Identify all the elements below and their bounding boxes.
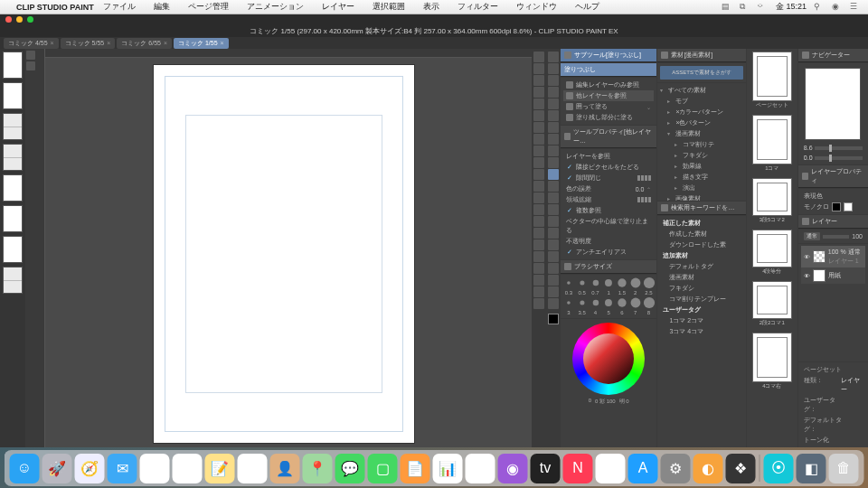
dock-maps-icon[interactable]: 📍 — [303, 454, 333, 483]
dock-prefs-icon[interactable]: ⚙ — [661, 454, 691, 483]
material-tag[interactable]: ダウンロードした素 — [660, 239, 742, 250]
dock-facetime-icon[interactable]: ▢ — [368, 454, 398, 483]
tool-button[interactable] — [533, 286, 544, 297]
page-thumb[interactable] — [3, 236, 23, 263]
white-swatch[interactable] — [844, 202, 853, 211]
brush-preset[interactable] — [643, 297, 654, 308]
material-tree-item[interactable]: フキダシ — [660, 150, 742, 161]
document-tab[interactable]: コミック 4/55× — [4, 38, 59, 49]
toolprop-row[interactable]: 不透明度 — [563, 236, 654, 247]
material-tree-item[interactable]: 漫画素材 — [660, 128, 742, 139]
brush-preset[interactable] — [605, 299, 612, 306]
subtool-item[interactable]: 他レイヤーを参照 — [563, 90, 654, 101]
tool-button[interactable] — [548, 110, 559, 121]
material-thumb[interactable] — [752, 52, 792, 101]
dock-calendar-icon[interactable]: 27 — [173, 454, 203, 483]
subtool-item[interactable]: 編集レイヤーのみ参照 — [563, 80, 654, 90]
material-tree-item[interactable]: 演出 — [660, 183, 742, 193]
material-tree-item[interactable]: モブ — [660, 96, 742, 107]
dock-csp-icon[interactable]: ❖ — [726, 454, 756, 483]
toolbar-button[interactable] — [26, 51, 35, 60]
dock-itunes-icon[interactable]: ♫ — [466, 454, 495, 483]
tool-button[interactable] — [548, 275, 559, 286]
layer-row[interactable]: 👁100 % 通常レイヤー 1 — [801, 246, 865, 267]
toolprop-row[interactable]: 領域拡縮 — [563, 194, 654, 205]
menu-item[interactable]: 選択範囲 — [373, 1, 405, 13]
menu-item[interactable]: 表示 — [423, 1, 439, 13]
zoom-window-button[interactable] — [27, 16, 33, 23]
canvas-area[interactable] — [36, 49, 532, 447]
close-window-button[interactable] — [5, 16, 12, 23]
dock-news-icon[interactable]: N — [563, 454, 593, 483]
tool-button[interactable] — [548, 251, 559, 262]
material-tree-item[interactable]: ×色パターン — [660, 117, 742, 128]
toolprop-panel-header[interactable]: ツールプロパティ[他レイヤー… — [561, 126, 656, 148]
tool-button[interactable] — [548, 75, 559, 86]
dock-photos-icon[interactable]: ✿ — [140, 454, 170, 483]
dock-daz-icon[interactable]: ◐ — [693, 454, 723, 483]
tool-button[interactable] — [533, 298, 544, 309]
tool-button[interactable] — [533, 192, 544, 203]
brush-preset[interactable] — [580, 300, 584, 305]
dock-reminders-icon[interactable]: ☑ — [238, 454, 268, 483]
blend-mode-select[interactable]: 通常 — [804, 232, 820, 240]
brush-preset[interactable] — [592, 280, 598, 286]
material-thumb[interactable] — [752, 178, 792, 216]
dock-tv-icon[interactable]: tv — [531, 454, 561, 483]
document-tab[interactable]: コミック 1/55× — [174, 38, 229, 49]
brush-preset[interactable] — [567, 281, 571, 285]
tool-button[interactable] — [533, 204, 544, 215]
layerprop-panel-header[interactable]: レイヤープロパティ — [798, 165, 868, 188]
black-swatch[interactable] — [832, 202, 841, 211]
angle-slider[interactable] — [815, 156, 863, 160]
brush-preset[interactable] — [618, 298, 626, 306]
toolprop-row[interactable]: ✓アンチエイリアス — [563, 247, 654, 258]
menubar-status-icon[interactable]: ▤ — [722, 2, 732, 13]
menubar-notifications-icon[interactable]: ☰ — [850, 2, 861, 13]
tool-button[interactable] — [548, 99, 559, 109]
material-tag[interactable]: フキダシ — [660, 283, 742, 294]
material-tree-item[interactable]: 描き文字 — [660, 172, 742, 183]
menu-item[interactable]: ヘルプ — [575, 1, 599, 13]
tool-button[interactable] — [533, 239, 544, 250]
brush-preset[interactable] — [580, 280, 584, 285]
tool-button[interactable] — [548, 134, 559, 145]
menubar-dropbox-icon[interactable]: ⧉ — [740, 2, 750, 13]
page-thumb[interactable] — [3, 174, 23, 202]
tool-button[interactable] — [548, 204, 559, 215]
color-wheel[interactable] — [572, 323, 645, 395]
document-tab[interactable]: コミック 6/55× — [117, 38, 172, 49]
menu-item[interactable]: レイヤー — [322, 1, 354, 13]
material-thumb[interactable] — [752, 115, 792, 164]
tool-button[interactable] — [533, 145, 544, 156]
tool-button[interactable] — [548, 145, 559, 156]
tool-button[interactable] — [533, 63, 544, 74]
opacity-slider[interactable] — [823, 235, 850, 239]
dock-launchpad-icon[interactable]: 🚀 — [42, 454, 72, 483]
tool-button[interactable] — [548, 63, 559, 74]
menu-item[interactable]: ウィンドウ — [516, 1, 557, 13]
layers-list[interactable]: 👁100 % 通常レイヤー 1👁用紙 — [798, 244, 868, 361]
brushsize-panel-header[interactable]: ブラシサイズ — [561, 260, 656, 274]
page-thumb[interactable] — [3, 113, 23, 140]
dock-notes-icon[interactable]: 📝 — [205, 454, 235, 483]
material-tree-item[interactable]: すべての素材 — [660, 85, 742, 96]
brush-preset[interactable] — [630, 278, 640, 288]
brush-preset[interactable] — [567, 301, 571, 305]
app-menu[interactable]: CLIP STUDIO PAINT — [16, 3, 94, 12]
material-thumb[interactable] — [752, 281, 792, 319]
menu-item[interactable]: フィルター — [458, 1, 498, 13]
material-tree-item[interactable]: コマ割りテ — [660, 139, 742, 150]
menu-item[interactable]: 編集 — [154, 1, 170, 13]
menu-item[interactable]: アニメーション — [247, 1, 304, 13]
document-tab[interactable]: コミック 5/55× — [61, 38, 116, 49]
page-thumb[interactable] — [3, 267, 23, 294]
navigator-thumb[interactable] — [805, 68, 861, 140]
tool-button[interactable] — [533, 251, 544, 262]
zoom-slider[interactable] — [815, 146, 863, 150]
tool-button[interactable] — [533, 134, 544, 145]
page-thumb[interactable] — [3, 144, 23, 171]
toolprop-row[interactable]: レイヤーを参照 — [563, 151, 654, 162]
dock-contacts-icon[interactable]: 👤 — [270, 454, 300, 483]
tool-button[interactable] — [533, 216, 544, 227]
